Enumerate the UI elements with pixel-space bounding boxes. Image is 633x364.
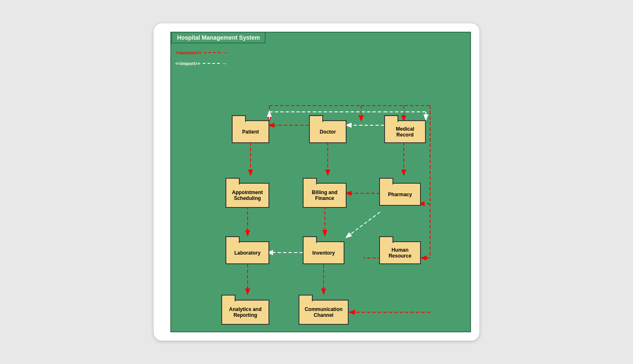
diagram-wrapper: Hospital Management System <<access>> → … xyxy=(162,32,471,332)
communication-component: CommunicationChannel xyxy=(299,300,349,325)
analytics-label: Analytics andReporting xyxy=(229,306,261,318)
import-line xyxy=(203,63,220,64)
doctor-component: Doctor xyxy=(309,120,347,143)
outer-container: Hospital Management System <<access>> → … xyxy=(154,23,479,341)
pharmacy-label: Pharmacy xyxy=(388,192,412,197)
access-label: <<access>> xyxy=(175,50,201,55)
pharmacy-component: Pharmacy xyxy=(379,183,421,206)
import-arrow: → xyxy=(221,60,227,67)
human-resource-label: HumanResource xyxy=(389,247,412,259)
medical-record-component: MedicalRecord xyxy=(384,120,426,143)
appointment-label: AppointmentScheduling xyxy=(232,190,263,201)
patient-label: Patient xyxy=(242,129,259,135)
communication-label: CommunicationChannel xyxy=(305,306,343,318)
inventory-label: Inventory xyxy=(312,250,335,256)
laboratory-component: Laboratory xyxy=(225,241,269,264)
medical-record-label: MedicalRecord xyxy=(396,126,414,138)
inventory-component: Inventory xyxy=(303,241,344,264)
access-line xyxy=(204,52,220,53)
patient-component: Patient xyxy=(232,120,269,143)
doctor-label: Doctor xyxy=(320,129,336,135)
analytics-component: Analytics andReporting xyxy=(221,300,269,325)
access-arrow: → xyxy=(222,49,228,56)
system-title: Hospital Management System xyxy=(171,32,266,43)
legend: <<access>> → <<import>> → xyxy=(175,49,228,71)
billing-component: Billing andFinance xyxy=(303,183,347,208)
svg-line-18 xyxy=(347,212,380,237)
human-resource-component: HumanResource xyxy=(379,241,421,264)
legend-import: <<import>> → xyxy=(175,60,228,67)
billing-label: Billing andFinance xyxy=(312,190,337,201)
import-label: <<import>> xyxy=(175,61,200,66)
laboratory-label: Laboratory xyxy=(234,250,261,256)
legend-access: <<access>> → xyxy=(175,49,228,56)
appointment-component: AppointmentScheduling xyxy=(225,183,269,208)
system-box: Hospital Management System <<access>> → … xyxy=(170,32,471,332)
